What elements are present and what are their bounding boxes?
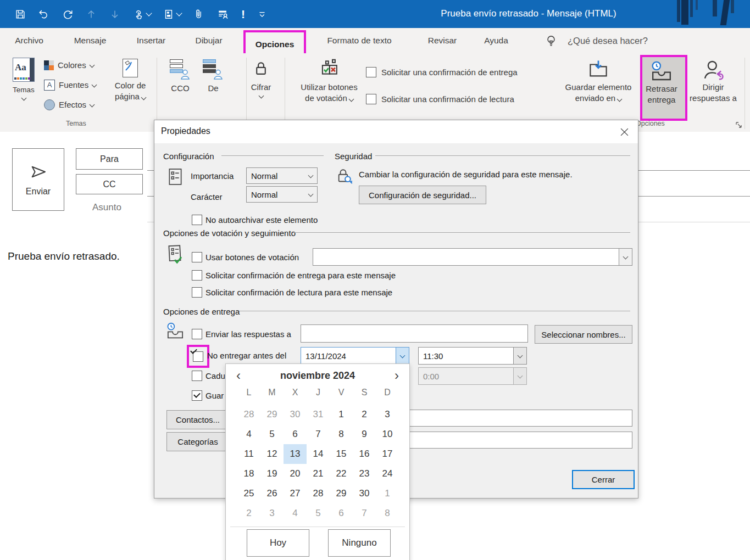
touch-mouse-mode-button[interactable] bbox=[132, 8, 151, 20]
calendar-day[interactable]: 19 bbox=[260, 464, 284, 484]
caracter-select[interactable]: Normal bbox=[246, 186, 318, 203]
calendar-next-button[interactable]: › bbox=[390, 368, 404, 383]
utilizar-botones-votacion-button[interactable]: Utilizar botones de votación bbox=[296, 59, 363, 104]
calendar-day[interactable]: 8 bbox=[376, 503, 399, 523]
dropdown-button[interactable] bbox=[304, 168, 317, 183]
calendar-day[interactable]: 28 bbox=[307, 484, 330, 503]
guardar-copia-checkbox[interactable] bbox=[192, 390, 202, 401]
cifrar-button[interactable]: Cifrar bbox=[247, 59, 275, 98]
calendar-day[interactable]: 7 bbox=[307, 424, 330, 444]
calendar-day[interactable]: 18 bbox=[237, 464, 260, 484]
calendar-day[interactable]: 29 bbox=[330, 484, 353, 503]
calendar-day[interactable]: 2 bbox=[353, 405, 376, 424]
colores-button[interactable]: Colores bbox=[44, 60, 94, 71]
tab-archivo[interactable]: Archivo bbox=[10, 28, 48, 53]
redo-button[interactable] bbox=[62, 8, 74, 20]
calendar-day-selected[interactable]: 13 bbox=[284, 444, 307, 464]
calendar-day[interactable]: 31 bbox=[307, 405, 330, 424]
tab-dibujar[interactable]: Dibujar bbox=[190, 28, 227, 53]
calendar-day[interactable]: 7 bbox=[353, 503, 376, 523]
calendar-day[interactable]: 11 bbox=[237, 444, 260, 464]
calendar-day[interactable]: 20 bbox=[284, 464, 307, 484]
calendar-day[interactable]: 5 bbox=[307, 503, 330, 523]
calendar-day[interactable]: 17 bbox=[376, 444, 399, 464]
de-button[interactable]: De bbox=[200, 59, 226, 94]
calendar-day[interactable]: 2 bbox=[237, 503, 260, 523]
move-up-button[interactable] bbox=[85, 8, 97, 20]
tab-formato-de-texto[interactable]: Formato de texto bbox=[315, 28, 403, 53]
no-autoarchivar-checkbox[interactable] bbox=[192, 215, 202, 225]
confirmacion-entrega-checkbox[interactable] bbox=[192, 270, 202, 281]
tab-opciones[interactable]: Opciones bbox=[255, 40, 295, 49]
dropdown-button[interactable] bbox=[619, 249, 632, 265]
date-dropdown-button[interactable] bbox=[396, 348, 409, 364]
customize-quick-access-button[interactable] bbox=[257, 9, 268, 20]
configuracion-seguridad-button[interactable]: Configuración de seguridad... bbox=[359, 186, 486, 204]
calendar-day[interactable]: 6 bbox=[284, 424, 307, 444]
calendar-day[interactable]: 9 bbox=[353, 424, 376, 444]
color-de-pagina-button[interactable]: Color de página bbox=[108, 59, 153, 103]
cerrar-button[interactable]: Cerrar bbox=[572, 470, 635, 489]
save-button[interactable] bbox=[14, 8, 26, 20]
usar-botones-votacion-checkbox[interactable] bbox=[192, 252, 202, 262]
calendar-day[interactable]: 10 bbox=[376, 424, 399, 444]
efectos-button[interactable]: Efectos bbox=[44, 99, 94, 110]
calendar-day[interactable]: 4 bbox=[284, 503, 307, 523]
calendar-ninguno-button[interactable]: Ninguno bbox=[328, 529, 391, 557]
voting-buttons-combobox[interactable] bbox=[313, 248, 632, 266]
calendar-day[interactable]: 12 bbox=[260, 444, 284, 464]
confirmacion-lectura-checkbox[interactable] bbox=[192, 287, 202, 298]
solicitar-confirmacion-entrega-option[interactable]: Solicitar una confirmación de entrega bbox=[366, 67, 518, 77]
calendar-day[interactable]: 6 bbox=[330, 503, 353, 523]
reading-mode-button[interactable] bbox=[163, 8, 181, 20]
checkbox-unchecked[interactable] bbox=[366, 67, 376, 77]
temas-button[interactable]: Aa Temas bbox=[8, 58, 40, 100]
dropdown-button[interactable] bbox=[304, 187, 317, 202]
solicitar-confirmacion-lectura-option[interactable]: Solicitar una confirmación de lectura bbox=[366, 94, 514, 104]
tab-revisar[interactable]: Revisar bbox=[423, 28, 462, 53]
calendar-day[interactable]: 1 bbox=[330, 405, 353, 424]
calendar-day[interactable]: 29 bbox=[260, 405, 284, 424]
tell-me-box[interactable]: ¿Qué desea hacer? bbox=[568, 28, 648, 53]
calendar-day[interactable]: 22 bbox=[330, 464, 353, 484]
categorias-button[interactable]: Categorías bbox=[166, 432, 229, 451]
calendar-day[interactable]: 16 bbox=[353, 444, 376, 464]
tab-ayuda[interactable]: Ayuda bbox=[479, 28, 513, 53]
calendar-day[interactable]: 4 bbox=[237, 424, 260, 444]
check-names-button[interactable] bbox=[216, 8, 230, 20]
tab-insertar[interactable]: Insertar bbox=[132, 28, 170, 53]
dropdown-button[interactable] bbox=[513, 348, 526, 364]
move-down-button[interactable] bbox=[109, 8, 121, 20]
calendar-day[interactable]: 5 bbox=[260, 424, 284, 444]
calendar-day[interactable]: 3 bbox=[260, 503, 284, 523]
undo-button[interactable] bbox=[38, 8, 50, 20]
dialog-launcher-icon[interactable] bbox=[735, 121, 742, 128]
calendar-hoy-button[interactable]: Hoy bbox=[247, 529, 309, 557]
guardar-elemento-enviado-button[interactable]: Guardar elemento enviado en bbox=[559, 59, 637, 104]
attach-file-button[interactable] bbox=[193, 8, 205, 20]
caduca-checkbox[interactable] bbox=[192, 371, 202, 381]
tab-mensaje[interactable]: Mensaje bbox=[69, 28, 111, 53]
calendar-day[interactable]: 14 bbox=[307, 444, 330, 464]
calendar-day[interactable]: 28 bbox=[237, 405, 260, 424]
calendar-day[interactable]: 24 bbox=[376, 464, 399, 484]
calendar-day[interactable]: 1 bbox=[376, 484, 399, 503]
calendar-day[interactable]: 15 bbox=[330, 444, 353, 464]
importancia-select[interactable]: Normal bbox=[246, 167, 318, 184]
calendar-day[interactable]: 8 bbox=[330, 424, 353, 444]
enviar-button[interactable]: Enviar bbox=[12, 148, 64, 211]
calendar-day[interactable]: 21 bbox=[307, 464, 330, 484]
no-entregar-fecha-select[interactable]: 13/11/2024 bbox=[301, 347, 409, 365]
cc-button[interactable]: CC bbox=[76, 174, 143, 194]
fuentes-button[interactable]: A Fuentes bbox=[44, 80, 96, 91]
dialog-close-button[interactable] bbox=[616, 125, 632, 139]
calendar-day[interactable]: 30 bbox=[284, 405, 307, 424]
seleccionar-nombres-button[interactable]: Seleccionar nombres... bbox=[535, 325, 632, 344]
calendar-day[interactable]: 23 bbox=[353, 464, 376, 484]
calendar-day[interactable]: 3 bbox=[376, 405, 399, 424]
contactos-button[interactable]: Contactos... bbox=[166, 410, 229, 429]
dirigir-respuestas-button[interactable]: Dirigir respuestas a bbox=[686, 59, 741, 104]
checkbox-unchecked[interactable] bbox=[366, 94, 376, 104]
cco-button[interactable]: CCO bbox=[165, 59, 196, 94]
calendar-day[interactable]: 30 bbox=[353, 484, 376, 503]
